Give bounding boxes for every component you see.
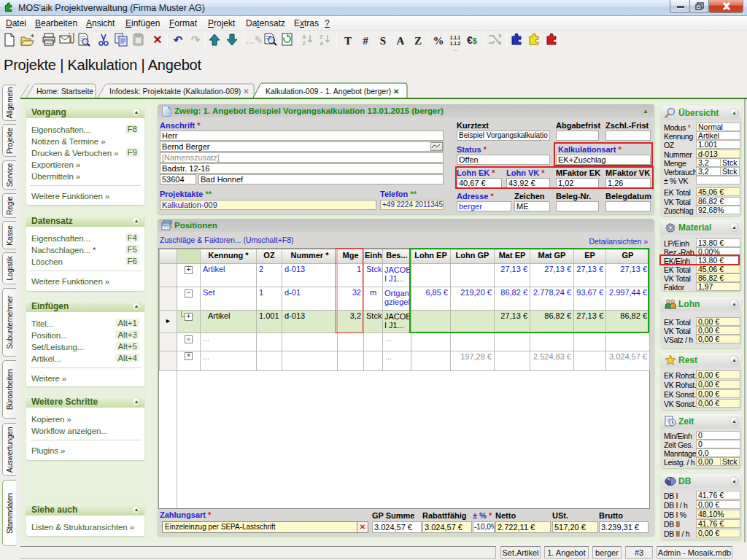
svg-text:Z: Z (302, 40, 306, 47)
svg-text:Z: Z (320, 34, 323, 40)
svg-text:A: A (320, 40, 324, 47)
svg-text:A: A (302, 34, 306, 40)
